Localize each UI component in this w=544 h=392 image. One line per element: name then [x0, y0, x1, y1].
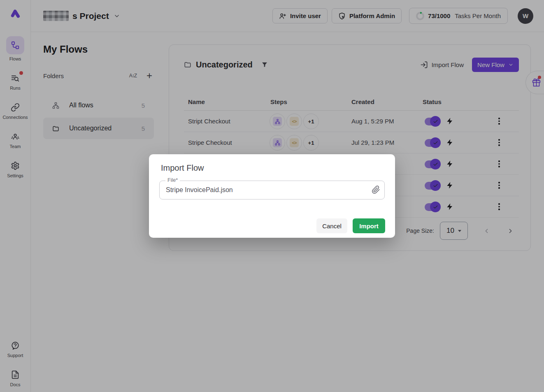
file-field-label: File*	[165, 177, 180, 183]
file-field-value: Stripe InvoicePaid.json	[160, 181, 384, 199]
import-button[interactable]: Import	[353, 218, 385, 233]
paperclip-icon[interactable]	[372, 186, 380, 194]
import-flow-modal: Import Flow File* Stripe InvoicePaid.jso…	[149, 154, 395, 238]
file-input[interactable]: File* Stripe InvoicePaid.json	[159, 181, 385, 199]
cancel-button[interactable]: Cancel	[316, 218, 347, 233]
modal-title: Import Flow	[161, 163, 204, 173]
app-screen: Flows Runs Connections Team Set	[0, 0, 544, 392]
